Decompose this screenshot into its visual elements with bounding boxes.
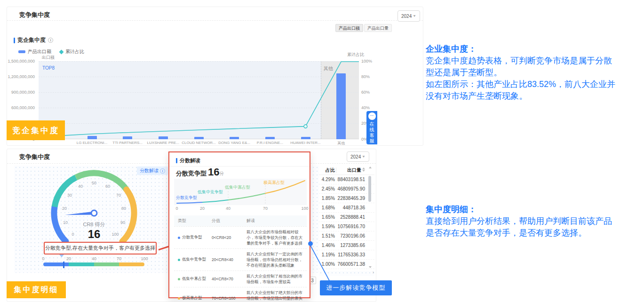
- gauge-tick-label: 30: [67, 193, 72, 198]
- gauge-tick-label: 60: [105, 184, 110, 189]
- scroll-down-icon[interactable]: [369, 266, 372, 268]
- row-desc: 前八大企业控制了绝大部分的市场份额，市场呈现出明显的寡头垄断特征: [246, 290, 304, 302]
- popup-header: 分数解读: [176, 157, 200, 164]
- type-dot: [178, 297, 180, 300]
- legend-item-bar[interactable]: 产品出口额: [18, 48, 51, 55]
- cell-qty: 76600571.38: [337, 262, 365, 267]
- x-axis-label: DONG YANG E&...: [218, 141, 250, 145]
- panel2-title: 竞争集中度: [19, 153, 50, 161]
- right-axis-title: 累计占比: [347, 52, 364, 58]
- popup-header-title: 分数解读: [180, 157, 200, 164]
- cell-qty: 1273385.66: [337, 243, 365, 248]
- score-explain-popup: 分数解读 分散竞争型 16 分 分散竞争型低集中竞争型低集中寡占型极高寡占型 0…: [168, 151, 310, 298]
- popup-col-type: 类型: [178, 218, 212, 224]
- annotation-line: 竞企集中度趋势表格，可判断竞争市场是属于分散: [426, 55, 642, 67]
- header-qty[interactable]: 出口量: [337, 167, 365, 174]
- legend-line-label: 累计占比: [65, 48, 84, 55]
- popup-col-desc: 解读: [246, 218, 304, 224]
- annotation2-heading: 集中度明细：: [426, 204, 642, 215]
- row-type: 低集中寡占型: [178, 276, 212, 282]
- x-axis-label: TTI PARTNERS...: [112, 141, 143, 145]
- callout-connector: [306, 240, 339, 287]
- year-select-top[interactable]: 2024 ▼: [398, 10, 420, 22]
- gauge-tick-label: 40: [78, 184, 83, 189]
- annotation1-heading: 企业集中度：: [426, 43, 642, 55]
- cell-qty: 7230196.06: [337, 233, 365, 238]
- annotation-line: 直接给到用户分析结果，帮助用户判断目前该产品: [426, 215, 642, 227]
- header-ratio[interactable]: 占比: [319, 167, 335, 174]
- annotation-line: 如左图所示：其他产业占比83.52%，前八大企业并: [426, 79, 642, 90]
- year-select-bottom[interactable]: 2024 ▼: [347, 151, 369, 162]
- scroll-up-icon[interactable]: [369, 167, 372, 168]
- panel1-title: 竞争集中度: [19, 11, 50, 19]
- gauge-needle: [65, 212, 94, 215]
- cell-ratio: 1.85%: [319, 196, 335, 201]
- annotation-block-1: 企业集中度： 竞企集中度趋势表格，可判断竞争市场是属于分散型还是属于垄断型。如左…: [426, 43, 642, 102]
- gauge-tick-label: 20: [62, 206, 67, 211]
- header-divider: [336, 167, 336, 173]
- range-label: 0: [42, 256, 44, 261]
- table-row: 1.51%7230196.06: [319, 231, 374, 241]
- curve-x-label: 100: [301, 206, 308, 211]
- range-score-marker: [63, 262, 64, 268]
- popup-col-range: 分值: [212, 218, 246, 224]
- curve-x-label: 0: [175, 206, 178, 211]
- tab-export-quantity[interactable]: 产品出口量: [364, 24, 392, 32]
- score-range-labels: 0204070100: [43, 256, 144, 261]
- cumulative-line-chart: [39, 61, 359, 139]
- x-axis-label: LUXSHARE PRE...: [147, 141, 179, 145]
- info-icon[interactable]: i: [48, 38, 53, 43]
- section-title: 竞企集中度: [17, 36, 46, 44]
- cell-ratio: 1.68%: [319, 205, 335, 210]
- vertical-scrollbar[interactable]: [368, 176, 371, 202]
- range-label: 40: [92, 256, 96, 261]
- annotation-line: 是否存在大量竞争对手，是否有更多选择。: [426, 227, 642, 239]
- table-row: 1.65%2528888.41: [319, 213, 374, 222]
- sort-icon[interactable]: [362, 167, 365, 172]
- gauge-tick-label: 90: [120, 220, 125, 225]
- curve-segment-label: 极高寡占型: [263, 180, 285, 186]
- legend-bar-label: 产品出口额: [28, 48, 51, 55]
- popup-table-row: 分散竞争型0<CR8<20前八大企业的市场份额相对较小，市场竞争较为分散，存在大…: [174, 226, 307, 248]
- type-dot: [178, 278, 180, 280]
- popup-table-row: 极高寡占型70<CR8<100前八大企业控制了绝大部分的市场份额，市场呈现出明显…: [174, 287, 307, 302]
- row-range: 20<CR8<40: [212, 257, 246, 262]
- chat-widget[interactable]: ··· 在线客服: [366, 111, 377, 144]
- type-label: 低集中寡占型: [182, 276, 206, 282]
- tooltip-caret: [59, 254, 64, 257]
- popup-type-label: 分散竞争型: [176, 169, 207, 178]
- gauge-score: 16: [71, 228, 118, 241]
- type-label: 低集中竞争型: [182, 257, 206, 262]
- legend-diamond-swatch: [59, 49, 64, 54]
- annotation-line: 没有对市场产生垄断现象。: [426, 90, 642, 102]
- popup-table-header: 类型 分值 解读: [174, 215, 307, 226]
- scroll-right-icon[interactable]: ›: [373, 270, 374, 275]
- row-type: 极高寡占型: [178, 295, 212, 301]
- right-tick: 40%: [361, 105, 370, 110]
- x-axis-label: HUAWEI INTER...: [290, 141, 321, 145]
- row-desc: 前八大企业控制了一定比例的市场份额，但市场仍然相对分散，不存在明显的寡头垄断现象: [246, 251, 304, 268]
- tab-export-value[interactable]: 产品出口额: [335, 24, 363, 32]
- interpret-model-button[interactable]: 进一步解读竞争模型: [320, 280, 392, 295]
- x-axis-label: LG ELECTRONI...: [77, 141, 107, 145]
- chat-widget-label: 在线客服: [369, 121, 375, 144]
- cell-ratio: 1.59%: [319, 224, 335, 229]
- popup-score: 16: [208, 166, 219, 178]
- table-header-row: 占比 出口量: [319, 166, 374, 175]
- range-label: 100: [141, 256, 148, 261]
- popup-table-rows: 分散竞争型0<CR8<20前八大企业的市场份额相对较小，市场竞争较为分散，存在大…: [174, 226, 307, 302]
- chart-legend: 产品出口额 累计占比: [18, 48, 84, 55]
- year-select-top-value: 2024: [401, 14, 412, 19]
- legend-item-line[interactable]: 累计占比: [60, 48, 84, 55]
- left-tick: 1,200,000,000: [8, 74, 35, 79]
- header-qty-label: 出口量: [347, 167, 361, 173]
- curve-segment-label: 分散竞争型: [176, 195, 197, 201]
- gauge-pivot: [91, 210, 97, 216]
- panel1-divider: [7, 20, 423, 21]
- cell-qty: 11765336.33: [337, 252, 365, 257]
- page: 竞争集中度 2024 ▼ 产品出口额 产品出口量 竞企集中度 i 产品出口额 累…: [0, 0, 644, 302]
- range-label: 70: [117, 256, 121, 261]
- section-accent-bar: [14, 38, 15, 43]
- left-axis-title: 出口额: [42, 55, 55, 61]
- type-label: 分散竞争型: [182, 235, 202, 240]
